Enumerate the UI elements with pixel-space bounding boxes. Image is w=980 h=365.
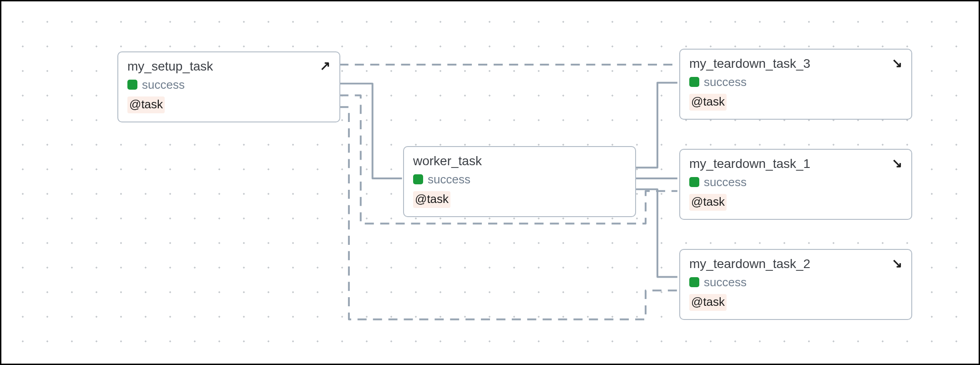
- edge-setup-to-worker: [339, 84, 402, 178]
- node-title: my_teardown_task_1: [689, 156, 810, 172]
- status-label: success: [704, 275, 747, 289]
- status-success-icon: [127, 80, 137, 90]
- status-success-icon: [689, 77, 699, 87]
- decorator-badge: @task: [689, 294, 727, 311]
- arrow-up-right-icon: ↗: [320, 60, 330, 72]
- status-success-icon: [689, 177, 699, 187]
- edge-worker-to-teardown2: [634, 189, 677, 277]
- node-my-setup-task[interactable]: my_setup_task ↗ success @task: [117, 51, 340, 122]
- graph-canvas[interactable]: my_setup_task ↗ success @task worker_tas…: [0, 0, 980, 365]
- node-my-teardown-task-2[interactable]: my_teardown_task_2 ↘ success @task: [679, 249, 912, 320]
- status-success-icon: [689, 277, 699, 287]
- node-title: worker_task: [413, 153, 482, 169]
- status-label: success: [704, 175, 747, 189]
- edge-worker-to-teardown3: [634, 83, 677, 168]
- node-title: my_teardown_task_3: [689, 56, 810, 71]
- node-worker-task[interactable]: worker_task success @task: [403, 146, 636, 217]
- node-title: my_setup_task: [127, 59, 213, 74]
- status-success-icon: [413, 174, 423, 184]
- node-title: my_teardown_task_2: [689, 256, 810, 272]
- decorator-badge: @task: [689, 94, 727, 111]
- decorator-badge: @task: [413, 191, 450, 208]
- decorator-badge: @task: [689, 194, 727, 211]
- node-my-teardown-task-3[interactable]: my_teardown_task_3 ↘ success @task: [679, 49, 912, 120]
- node-my-teardown-task-1[interactable]: my_teardown_task_1 ↘ success @task: [679, 149, 912, 220]
- status-label: success: [142, 78, 185, 92]
- decorator-badge: @task: [127, 96, 165, 113]
- arrow-down-right-icon: ↘: [892, 157, 902, 170]
- arrow-down-right-icon: ↘: [892, 257, 902, 270]
- status-label: success: [428, 172, 470, 187]
- status-label: success: [704, 75, 747, 89]
- arrow-down-right-icon: ↘: [892, 57, 902, 70]
